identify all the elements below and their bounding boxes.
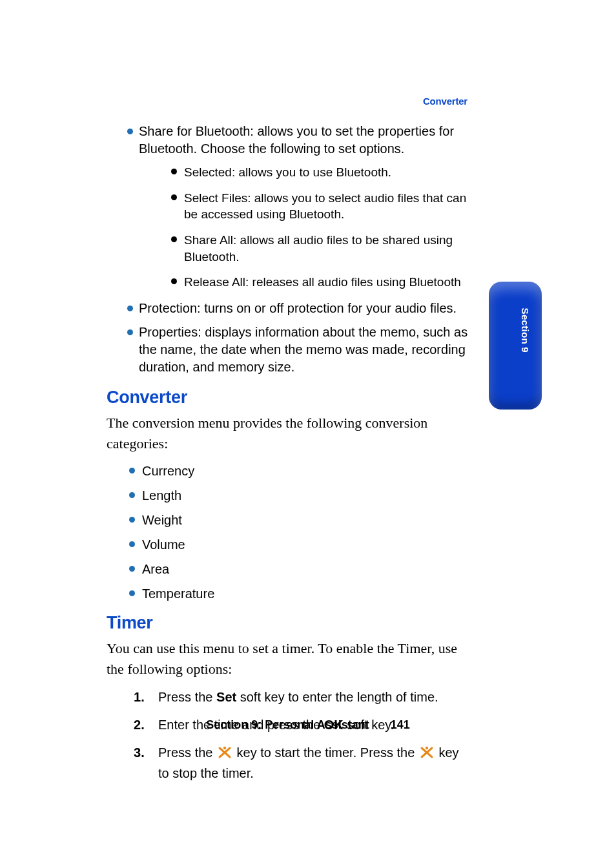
- list-item-text: Weight: [142, 513, 182, 527]
- list-item-text: Properties: displays information about t…: [139, 325, 467, 374]
- page-footer: Section 9: Personal Assistant 141: [0, 718, 616, 732]
- list-item: Currency: [107, 463, 468, 479]
- list-item: Properties: displays information about t…: [107, 324, 468, 376]
- converter-intro: The conversion menu provides the followi…: [107, 413, 468, 454]
- list-item-text: Selected: allows you to use Bluetooth.: [184, 165, 391, 179]
- list-item-text: Area: [142, 562, 169, 576]
- list-item: Length: [107, 488, 468, 503]
- svg-point-5: [426, 747, 428, 749]
- timer-steps: Press the Set soft key to enter the leng…: [107, 688, 468, 783]
- timer-intro: You can use this menu to set a timer. To…: [107, 638, 468, 680]
- list-item: Share for Bluetooth: allows you to set t…: [107, 123, 468, 291]
- list-item: Select Files: allows you to select audio…: [139, 190, 468, 223]
- main-content: Share for Bluetooth: allows you to set t…: [107, 123, 468, 792]
- step-bold: Set: [216, 690, 236, 704]
- page-number: 141: [391, 718, 410, 732]
- svg-point-2: [223, 747, 226, 749]
- list-item: Area: [107, 561, 468, 577]
- section-side-tab: Section 9: [489, 282, 542, 410]
- footer-section: Section 9: Personal Assistant: [206, 718, 369, 731]
- list-item-text: Volume: [142, 537, 185, 552]
- running-head: Converter: [423, 96, 467, 107]
- list-item: Weight: [107, 512, 468, 528]
- list-item-text: Currency: [142, 464, 194, 478]
- side-tab-label: Section 9: [520, 308, 531, 353]
- list-item-text: Release All: releases all audio files us…: [184, 275, 461, 289]
- timer-heading: Timer: [107, 613, 468, 633]
- list-item-text: Select Files: allows you to select audio…: [184, 191, 466, 222]
- category-list: Currency Length Weight Volume Area Tempe…: [107, 463, 468, 601]
- step-text: key to start the timer. Press the: [237, 745, 418, 760]
- list-item: Protection: turns on or off protection f…: [107, 300, 468, 317]
- converter-heading: Converter: [107, 388, 468, 408]
- list-item-text: Protection: turns on or off protection f…: [139, 301, 457, 315]
- top-bullet-list: Share for Bluetooth: allows you to set t…: [107, 123, 468, 376]
- list-item-text: Share for Bluetooth: allows you to set t…: [139, 124, 454, 156]
- step-text: soft key to enter the length of time.: [236, 690, 438, 704]
- step-text: Press the: [158, 690, 216, 704]
- list-item: Temperature: [107, 586, 468, 601]
- list-item: Volume: [107, 537, 468, 552]
- page: Converter Share for Bluetooth: allows yo…: [0, 0, 616, 852]
- step-item: Press the Set soft key to enter the leng…: [107, 688, 468, 707]
- list-item-text: Temperature: [142, 587, 214, 601]
- list-item: Release All: releases all audio files us…: [139, 274, 468, 291]
- list-item-text: Share All: allows all audio files to be …: [184, 233, 453, 264]
- send-key-icon: [218, 745, 232, 764]
- step-item: Press the key to start the timer. Press …: [107, 743, 468, 783]
- list-item-text: Length: [142, 488, 181, 503]
- list-item: Share All: allows all audio files to be …: [139, 232, 468, 265]
- sub-list: Selected: allows you to use Bluetooth. S…: [139, 164, 468, 291]
- list-item: Selected: allows you to use Bluetooth.: [139, 164, 468, 181]
- step-text: Press the: [158, 745, 216, 760]
- send-key-icon: [420, 745, 434, 764]
